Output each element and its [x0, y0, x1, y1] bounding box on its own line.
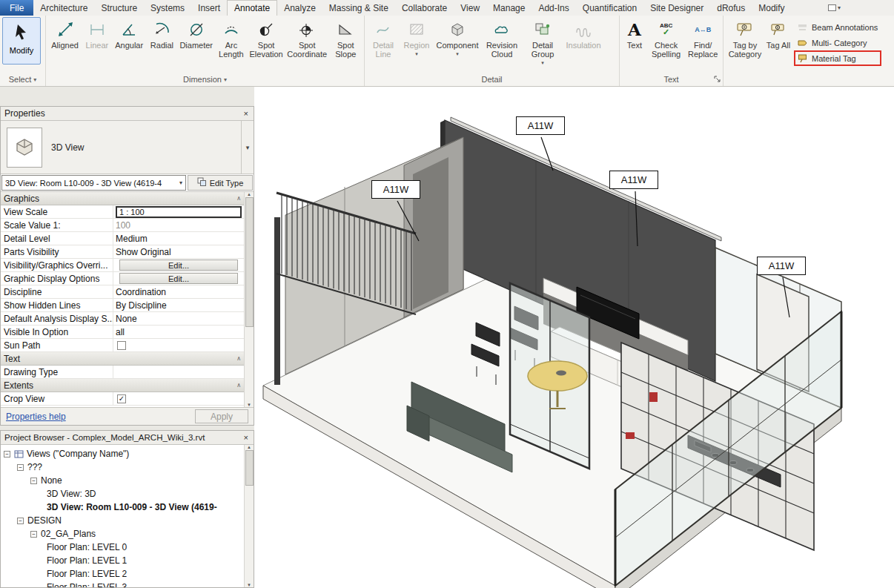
property-row: Detail Level Medium [1, 232, 244, 245]
edit-type-button[interactable]: Edit Type [188, 175, 253, 191]
crop-view-checkbox[interactable]: ✓ [117, 394, 126, 403]
tab-massing-site[interactable]: Massing & Site [322, 0, 395, 16]
project-browser-title-bar[interactable]: Project Browser - Complex_Model_ARCH_Wik… [1, 431, 254, 445]
sun-path-checkbox[interactable] [117, 341, 126, 350]
tree-item-floor-plan[interactable]: Floor Plan: LEVEL 3 [1, 581, 244, 587]
tool-detail-group[interactable]: Detail Group ▾ [523, 17, 563, 67]
graphic-display-edit-button[interactable]: Edit... [119, 273, 238, 284]
tree-item-floor-plan[interactable]: Floor Plan: LEVEL 1 [1, 554, 244, 567]
panel-tag: Tag by Category Tag All Beam Annotations… [724, 16, 894, 86]
tab-insert[interactable]: Insert [191, 0, 227, 16]
tab-structure[interactable]: Structure [94, 0, 144, 16]
tree-expander[interactable]: − [17, 518, 24, 524]
tool-angular[interactable]: Angular [113, 17, 146, 65]
tool-detail-line[interactable]: Detail Line [367, 17, 400, 65]
wall-tag[interactable]: A11W [516, 116, 565, 135]
ribbon-display-toggle[interactable]: ▾ [828, 0, 841, 16]
section-text[interactable]: Text∧ [1, 352, 244, 366]
scrollbar-thumb[interactable] [245, 197, 254, 327]
3d-view-canvas[interactable]: A11W A11W A11W A11W [254, 87, 894, 588]
tool-region[interactable]: Region ▾ [400, 17, 434, 65]
tree-item-3d-view[interactable]: 3D View: 3D [1, 487, 244, 501]
tab-analyze[interactable]: Analyze [277, 0, 322, 16]
tool-material-tag[interactable]: Material Tag [794, 50, 881, 66]
section-extents[interactable]: Extents∧ [1, 379, 244, 392]
tree-item-ga-plans[interactable]: − 02_GA_Plans [1, 527, 244, 541]
properties-scrollbar[interactable]: ▲ ▼ [244, 192, 254, 407]
tab-file[interactable]: File [0, 0, 33, 16]
panel-label-text[interactable]: Text [620, 73, 723, 86]
close-icon[interactable]: × [242, 433, 250, 442]
tool-text[interactable]: A Text [622, 17, 647, 65]
view-instance-combo[interactable]: 3D View: Room L10-009 - 3D View (4619-4 … [1, 175, 186, 191]
wall-tag[interactable]: A11W [371, 180, 420, 199]
scrollbar-thumb[interactable] [245, 450, 254, 486]
properties-help-link[interactable]: Properties help [6, 412, 66, 422]
tool-spot-elevation[interactable]: Spot Elevation [248, 17, 285, 65]
tree-item[interactable]: − None [1, 474, 244, 487]
view-type-icon [7, 128, 42, 168]
browser-scrollbar[interactable]: ▲ ▼ [244, 445, 254, 587]
tree-expander[interactable]: − [4, 451, 10, 457]
panel-select: Modify Select▾ [0, 16, 46, 86]
tab-view[interactable]: View [454, 0, 486, 16]
tab-quantification[interactable]: Quantification [576, 0, 643, 16]
modify-button[interactable]: Modify [2, 17, 41, 65]
tool-tag-all[interactable]: Tag All [764, 17, 792, 65]
panel-label-dimension[interactable]: Dimension▾ [46, 73, 364, 86]
tree-item-floor-plan[interactable]: Floor Plan: LEVEL 2 [1, 567, 244, 581]
tree-item-current-view[interactable]: 3D View: Room L10-009 - 3D View (4619- [1, 501, 244, 514]
scroll-down-icon[interactable]: ▼ [247, 583, 251, 587]
scroll-down-icon[interactable]: ▼ [247, 403, 251, 407]
tool-diameter[interactable]: Diameter [178, 17, 214, 65]
scroll-up-icon[interactable]: ▲ [247, 445, 251, 449]
panel-label-detail[interactable]: Detail [365, 73, 619, 86]
close-icon[interactable]: × [242, 109, 250, 118]
scroll-up-icon[interactable]: ▲ [247, 192, 251, 196]
tab-collaborate[interactable]: Collaborate [395, 0, 454, 16]
property-row: View Scale 1 : 100 [1, 205, 244, 219]
tool-linear[interactable]: Linear [82, 17, 112, 65]
tool-component[interactable]: Component ▾ [434, 17, 481, 65]
tool-arc-length[interactable]: Arc Length [214, 17, 248, 65]
tool-check-spelling[interactable]: ABC✓ Check Spelling [647, 17, 686, 65]
tool-insulation[interactable]: Insulation [563, 17, 604, 65]
tree-expander[interactable]: − [17, 464, 24, 471]
tool-revision-cloud[interactable]: Revision Cloud [481, 17, 523, 65]
tree-item[interactable]: − ??? [1, 460, 244, 474]
tab-annotate[interactable]: Annotate [227, 0, 277, 16]
type-selector[interactable]: 3D View ▾ [1, 121, 254, 174]
tree-item-floor-plan[interactable]: Floor Plan: LEVEL 0 [1, 541, 244, 554]
tool-multi-category[interactable]: Multi- Category [794, 35, 881, 50]
edit-type-icon [197, 177, 207, 188]
modify-label: Modify [10, 46, 33, 55]
tab-architecture[interactable]: Architecture [33, 0, 94, 16]
tool-find-replace[interactable]: A↔B Find/ Replace [685, 17, 721, 65]
tab-modify[interactable]: Modify [752, 0, 791, 16]
tree-item-views[interactable]: − Views ("Company Name") [1, 447, 244, 460]
instance-selector-row: 3D View: Room L10-009 - 3D View (4619-4 … [1, 174, 254, 192]
tree-expander[interactable]: − [30, 478, 37, 484]
tree-item-design[interactable]: − DESIGN [1, 514, 244, 527]
tool-tag-by-category[interactable]: Tag by Category [726, 17, 764, 65]
tab-site-designer[interactable]: Site Designer [643, 0, 710, 16]
panel-label-select[interactable]: Select▾ [0, 73, 45, 86]
tool-spot-coordinate[interactable]: Spot Coordinate [285, 17, 330, 65]
tab-manage[interactable]: Manage [486, 0, 532, 16]
tree-expander[interactable]: − [30, 531, 37, 538]
visibility-graphics-edit-button[interactable]: Edit... [119, 260, 238, 271]
tab-drofus[interactable]: dRofus [710, 0, 752, 16]
wall-tag[interactable]: A11W [609, 171, 658, 189]
tab-add-ins[interactable]: Add-Ins [532, 0, 575, 16]
text-panel-dialog-launcher-icon[interactable] [714, 75, 721, 84]
tool-beam-annotations[interactable]: Beam Annotations [794, 19, 881, 35]
tool-spot-slope[interactable]: Spot Slope [330, 17, 362, 65]
wall-tag[interactable]: A11W [757, 257, 806, 275]
tab-systems[interactable]: Systems [144, 0, 191, 16]
apply-button[interactable]: Apply [195, 409, 248, 423]
tool-aligned[interactable]: Aligned [48, 17, 82, 65]
chevron-down-icon[interactable]: ▾ [241, 121, 254, 174]
section-graphics[interactable]: Graphics∧ [1, 192, 244, 205]
tool-radial[interactable]: Radial [146, 17, 178, 65]
properties-title-bar[interactable]: Properties × [1, 107, 254, 121]
